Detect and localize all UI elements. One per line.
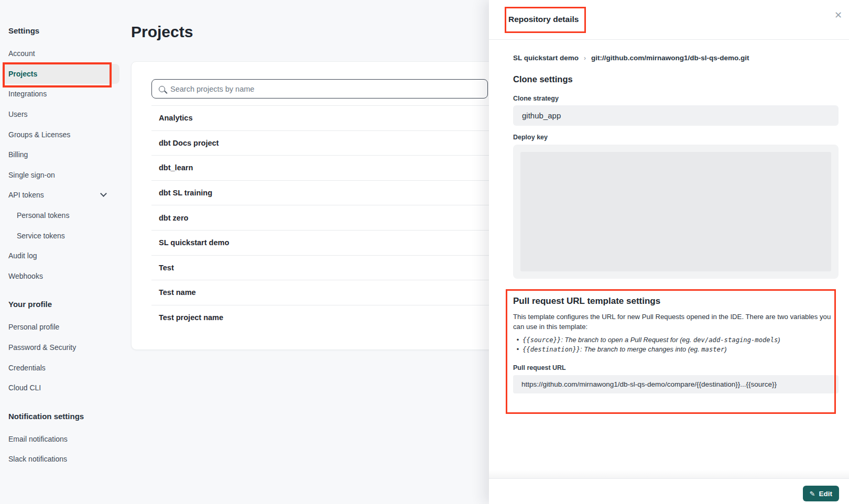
sidebar-item-api-tokens[interactable]: API tokens	[0, 185, 126, 205]
breadcrumb: SL quickstart demo › git://github.com/mi…	[513, 54, 839, 62]
deploy-key-redacted-value	[520, 152, 831, 271]
pull-request-url-value: https://github.com/mirnawong1/db-sl-qs-d…	[513, 375, 839, 393]
clone-strategy-value: github_app	[513, 105, 839, 126]
deploy-key-label: Deploy key	[513, 134, 839, 141]
breadcrumb-project: SL quickstart demo	[513, 54, 579, 62]
sidebar-section-header-settings: Settings	[0, 26, 126, 43]
close-icon[interactable]: ✕	[834, 10, 842, 20]
repository-details-drawer: Repository details ✕ SL quickstart demo …	[489, 0, 849, 504]
drawer-header: Repository details ✕	[489, 0, 849, 40]
deploy-key-field	[513, 145, 839, 279]
sidebar-item-password-security[interactable]: Password & Security	[0, 337, 126, 358]
sidebar-item-credentials[interactable]: Credentials	[0, 357, 126, 378]
sidebar-section-header-your-profile: Your profile	[0, 300, 126, 317]
sidebar-item-single-sign-on[interactable]: Single sign-on	[0, 165, 126, 185]
page-title: Projects	[131, 23, 193, 41]
pr-template-description: This template configures the URL for new…	[513, 312, 839, 332]
pull-request-url-label: Pull request URL	[513, 364, 839, 371]
drawer-body: SL quickstart demo › git://github.com/mi…	[513, 40, 839, 393]
edit-button-label: Edit	[819, 490, 833, 498]
settings-sidebar: Settings Account Projects Integrations U…	[0, 0, 126, 469]
sidebar-item-webhooks[interactable]: Webhooks	[0, 266, 126, 287]
drawer-title: Repository details	[508, 15, 579, 24]
pr-variable-source: {{source}}: The branch to open a Pull Re…	[513, 336, 839, 345]
pr-template-heading: Pull request URL template settings	[513, 296, 839, 306]
sidebar-item-integrations[interactable]: Integrations	[0, 84, 126, 104]
sidebar-item-projects[interactable]: Projects	[0, 64, 126, 84]
chevron-down-icon	[100, 191, 107, 198]
pr-variable-destination: {{destination}}: The branch to merge cha…	[513, 345, 839, 354]
sidebar-item-email-notifications[interactable]: Email notifications	[0, 429, 126, 450]
sidebar-item-billing[interactable]: Billing	[0, 145, 126, 165]
sidebar-item-users[interactable]: Users	[0, 104, 126, 125]
sidebar-item-account[interactable]: Account	[0, 43, 126, 64]
pencil-icon: ✎	[810, 490, 815, 498]
sidebar-item-audit-log[interactable]: Audit log	[0, 246, 126, 266]
search-icon	[159, 86, 165, 92]
drawer-footer: ✎ Edit	[489, 478, 849, 504]
sidebar-item-groups-licenses[interactable]: Groups & Licenses	[0, 124, 126, 145]
pr-template-variables: {{source}}: The branch to open a Pull Re…	[513, 336, 839, 354]
search-input[interactable]	[170, 85, 487, 93]
sidebar-item-personal-tokens[interactable]: Personal tokens	[0, 205, 126, 226]
clone-strategy-label: Clone strategy	[513, 95, 839, 102]
sidebar-item-service-tokens[interactable]: Service tokens	[0, 225, 126, 246]
breadcrumb-repo-url: git://github.com/mirnawong1/db-sl-qs-dem…	[591, 54, 749, 62]
clone-settings-heading: Clone settings	[513, 74, 839, 84]
breadcrumb-separator-icon: ›	[584, 54, 586, 62]
edit-button[interactable]: ✎ Edit	[803, 486, 839, 501]
project-search-box	[151, 79, 488, 98]
sidebar-item-personal-profile[interactable]: Personal profile	[0, 317, 126, 337]
sidebar-item-slack-notifications[interactable]: Slack notifications	[0, 449, 126, 469]
sidebar-item-cloud-cli[interactable]: Cloud CLI	[0, 378, 126, 398]
sidebar-section-header-notification-settings: Notification settings	[0, 412, 126, 429]
pull-request-template-section: Pull request URL template settings This …	[513, 289, 839, 393]
